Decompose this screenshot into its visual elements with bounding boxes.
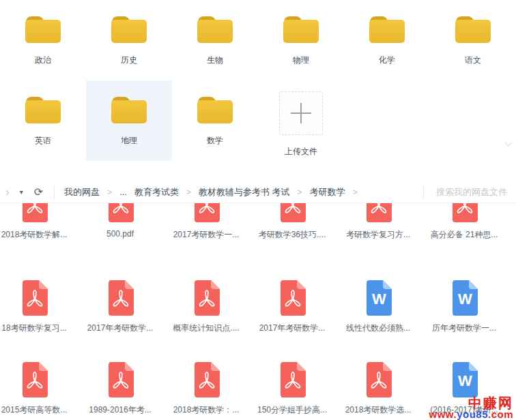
folder-item[interactable]: 数学 — [172, 80, 258, 161]
pdf-file-icon — [105, 361, 135, 399]
breadcrumb-item[interactable]: ... — [119, 187, 127, 197]
pdf-file-icon — [191, 279, 221, 317]
file-label: 1989-2016年考... — [89, 404, 151, 416]
pdf-file-icon — [19, 361, 49, 399]
file-item[interactable]: W(2016-2017)考研... — [421, 361, 507, 416]
folder-label: 地理 — [121, 135, 137, 147]
file-item[interactable]: 2015考研高等数... — [0, 361, 77, 416]
folder-item[interactable]: 物理 — [258, 0, 344, 80]
file-label: 2017年考研数学... — [87, 322, 154, 334]
folder-item[interactable]: 政治 — [0, 0, 86, 80]
pdf-file-icon — [449, 202, 479, 224]
folder-label: 生物 — [207, 55, 223, 66]
files-panel: 2018考研数学解... 500.pdf 2017考研数学一... 考研数学36… — [0, 202, 516, 420]
file-row: 2018考研数学解... 500.pdf 2017考研数学一... 考研数学36… — [0, 202, 507, 241]
file-row: 2015考研高等数... 1989-2016年考... 2018考研数学：...… — [0, 361, 507, 416]
file-item[interactable]: 2017年考研数学... — [249, 279, 335, 334]
folder-icon — [195, 11, 235, 45]
folder-item[interactable]: 地理 — [86, 80, 172, 161]
breadcrumb: 我的网盘>...教育考试类>教材教辅与参考书 考试>考研数学> — [64, 186, 358, 198]
breadcrumb-separator: > — [186, 188, 191, 197]
svg-text:W: W — [372, 290, 386, 308]
file-item[interactable]: 500.pdf — [77, 202, 163, 241]
file-label: 高分必备 21种思... — [431, 229, 498, 241]
file-label: 500.pdf — [106, 229, 134, 239]
folder-item[interactable]: 历史 — [86, 0, 172, 80]
folder-item[interactable]: 语文 — [430, 0, 516, 80]
upload-tile[interactable]: 上传文件 — [258, 80, 344, 161]
file-item[interactable]: 考研数学36技巧.... — [249, 202, 335, 241]
file-row: 18考研数学复习... 2017年考研数学... 概率统计知识点.... 201… — [0, 279, 507, 334]
file-label: 2017考研数学一... — [173, 229, 240, 241]
file-item[interactable]: 概率统计知识点.... — [163, 279, 249, 334]
breadcrumb-item[interactable]: 考研数学 — [310, 186, 345, 198]
toolbar-divider — [54, 186, 55, 198]
pdf-file-icon — [191, 361, 221, 399]
plus-icon — [291, 103, 311, 123]
pdf-file-icon — [105, 202, 135, 224]
folder-label: 历史 — [121, 55, 137, 66]
file-item[interactable]: 2017年考研数学... — [77, 279, 163, 334]
folder-icon — [23, 91, 63, 125]
file-item[interactable]: W线性代数必须熟... — [335, 279, 421, 334]
pdf-file-icon — [277, 361, 307, 399]
breadcrumb-separator: > — [353, 188, 358, 197]
folder-label: 化学 — [379, 55, 395, 66]
file-item[interactable]: 2018考研数学：... — [163, 361, 249, 416]
refresh-icon[interactable]: ⟳ — [34, 187, 43, 198]
file-item[interactable]: 高分必备 21种思... — [421, 202, 507, 241]
dropdown-caret-icon[interactable]: ▾ — [20, 188, 23, 196]
word-file-icon: W — [449, 361, 479, 399]
folder-icon — [281, 11, 321, 45]
expand-chevron-icon[interactable]: › — [5, 186, 10, 198]
breadcrumb-item[interactable]: 我的网盘 — [64, 186, 100, 198]
upload-label: 上传文件 — [285, 146, 317, 158]
folder-label: 数学 — [207, 135, 223, 147]
file-item[interactable]: W历年考研数学一... — [421, 279, 507, 334]
file-item[interactable]: 150分学姐手抄高... — [249, 361, 335, 416]
folder-icon — [23, 11, 63, 45]
folder-icon — [109, 91, 149, 125]
pdf-file-icon — [19, 202, 49, 224]
file-item[interactable]: 2018考研数学解... — [0, 202, 77, 241]
folder-item[interactable]: 化学 — [344, 0, 430, 80]
upload-box — [279, 91, 323, 135]
search-input[interactable] — [435, 186, 516, 198]
breadcrumb-separator: > — [107, 188, 112, 197]
file-label: 线性代数必须熟... — [346, 322, 410, 334]
folder-item[interactable]: 英语 — [0, 80, 86, 161]
file-item[interactable]: 2017考研数学一... — [163, 202, 249, 241]
folder-label: 物理 — [293, 55, 309, 66]
file-label: 概率统计知识点.... — [173, 322, 239, 334]
file-item[interactable]: 2018考研数学选... — [335, 361, 421, 416]
breadcrumb-item[interactable]: 教育考试类 — [134, 186, 179, 198]
file-label: 考研数学复习方... — [346, 229, 410, 241]
file-label: 历年考研数学一... — [432, 322, 496, 334]
pdf-file-icon — [277, 279, 307, 317]
folder-icon — [195, 91, 235, 125]
file-item[interactable]: 1989-2016年考... — [77, 361, 163, 416]
pdf-file-icon — [363, 202, 393, 224]
file-label: 考研数学36技巧.... — [259, 229, 326, 241]
pdf-file-icon — [191, 202, 221, 224]
file-item[interactable]: 18考研数学复习... — [0, 279, 77, 334]
folder-label: 政治 — [35, 55, 51, 66]
search-divider — [423, 185, 424, 199]
pdf-file-icon — [277, 202, 307, 224]
file-label: 2017年考研数学... — [259, 322, 326, 334]
word-file-icon: W — [449, 279, 479, 317]
folder-icon — [109, 11, 149, 45]
pdf-file-icon — [363, 361, 393, 399]
file-item[interactable]: 考研数学复习方... — [335, 202, 421, 241]
file-label: 150分学姐手抄高... — [257, 404, 327, 416]
file-label: 2018考研数学解... — [1, 229, 68, 241]
folders-grid: 政治 历史 生物 物理 化学 语文 英语 — [0, 0, 516, 161]
folder-item[interactable]: 生物 — [172, 0, 258, 80]
pdf-file-icon — [105, 279, 135, 317]
word-file-icon: W — [363, 279, 393, 317]
file-label: 2018考研数学：... — [173, 404, 240, 416]
folder-icon — [367, 11, 407, 45]
breadcrumb-item[interactable]: 教材教辅与参考书 考试 — [199, 186, 290, 198]
folder-label: 英语 — [35, 135, 51, 147]
file-label: (2016-2017)考研... — [430, 404, 498, 416]
